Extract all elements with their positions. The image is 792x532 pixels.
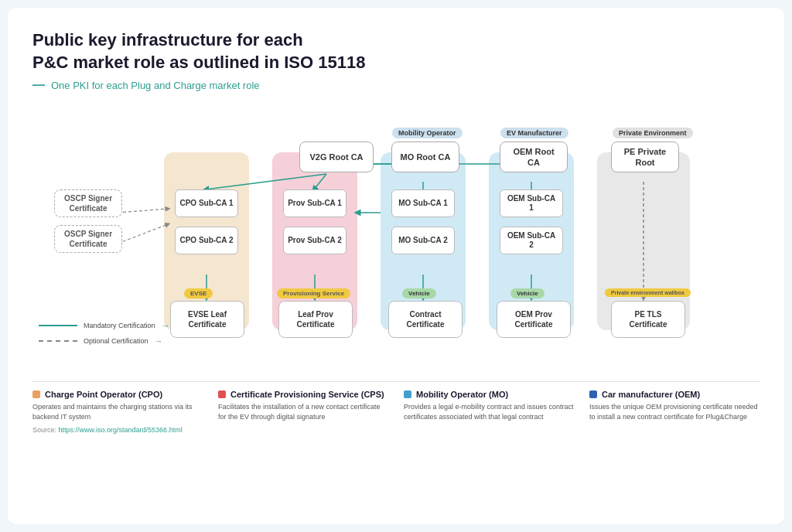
cps-dot xyxy=(218,390,226,398)
cpo-text: Operates and maintains the charging stat… xyxy=(32,402,203,421)
cps-title: Certificate Provisioning Service (CPS) xyxy=(218,390,388,399)
cpo-sub-ca1: CPO Sub-CA 1 xyxy=(175,189,238,217)
mandatory-line xyxy=(39,325,77,326)
pe-wallbox-badge: Private environment wallbox xyxy=(605,288,691,297)
subtitle-row: — One PKI for each Plug and Charge marke… xyxy=(32,78,760,92)
info-card-oem: Car manufacturer (OEM) Issues the unique… xyxy=(589,390,760,421)
page-title: Public key infrastructure for each P&C m… xyxy=(32,29,760,73)
source-link[interactable]: https://www.iso.org/standard/55366.html xyxy=(59,426,183,434)
prov-sub-ca2: Prov Sub-CA 2 xyxy=(283,227,346,254)
info-card-cpo: Charge Point Operator (CPO) Operates and… xyxy=(32,390,203,421)
svg-line-16 xyxy=(118,224,168,244)
prov-sub-ca1: Prov Sub-CA 1 xyxy=(283,189,346,217)
legend: Mandatory Certification → Optional Certi… xyxy=(39,321,170,346)
svg-line-15 xyxy=(118,209,168,213)
info-card-mo: Mobility Operator (MO) Provides a legal … xyxy=(404,390,574,421)
vehicle-badge-mo: Vehicle xyxy=(402,288,436,298)
cpo-title: Charge Point Operator (CPO) xyxy=(32,390,203,399)
oscp-signer-1: OSCP Signer Certificate xyxy=(54,189,122,217)
oem-label-badge: EV Manufacturer xyxy=(500,128,568,138)
subtitle-dash: — xyxy=(32,78,45,92)
pe-tls-cert: PE TLS Certificate xyxy=(611,301,685,338)
optional-legend: Optional Certification → xyxy=(39,336,170,346)
mo-dot xyxy=(404,390,411,398)
oem-text: Issues the unique OEM provisioning certi… xyxy=(589,402,760,421)
source-row: Source: https://www.iso.org/standard/553… xyxy=(32,426,760,434)
optional-line xyxy=(39,340,77,342)
cpo-dot xyxy=(32,390,40,398)
mo-text: Provides a legal e-mobility contract and… xyxy=(404,402,574,421)
pe-root: PE Private Root xyxy=(611,142,679,172)
diagram-area: V2G Root CA Mobility Operator EV Manufac… xyxy=(32,106,760,369)
vehicle-badge-oem: Vehicle xyxy=(510,288,544,298)
oscp-signer-2: OSCP Signer Certificate xyxy=(54,225,122,253)
mo-title: Mobility Operator (MO) xyxy=(404,390,574,399)
oem-prov-cert: OEM Prov Certificate xyxy=(497,301,571,338)
cps-text: Facilitates the installation of a new co… xyxy=(218,402,388,421)
mo-label-badge: Mobility Operator xyxy=(392,128,463,138)
v2g-root-ca: V2G Root CA xyxy=(299,142,374,172)
oem-sub-ca1: OEM Sub-CA 1 xyxy=(500,189,563,217)
leaf-prov-cert: Leaf Prov Certificate xyxy=(278,301,353,338)
evse-badge: EVSE xyxy=(184,288,213,298)
mo-root-ca: MO Root CA xyxy=(391,142,459,172)
mo-sub-ca2: MO Sub-CA 2 xyxy=(391,227,455,254)
oem-title: Car manufacturer (OEM) xyxy=(589,390,760,399)
main-container: Public key infrastructure for each P&C m… xyxy=(8,8,784,524)
evse-leaf-cert: EVSE Leaf Certificate xyxy=(170,301,244,338)
prov-badge: Provisioning Service xyxy=(277,288,350,298)
subtitle-text: One PKI for each Plug and Charge market … xyxy=(51,80,260,91)
mo-sub-ca1: MO Sub-CA 1 xyxy=(391,189,455,217)
mandatory-legend: Mandatory Certification → xyxy=(39,321,170,330)
oem-root-ca: OEM Root CA xyxy=(500,142,568,172)
info-card-cps: Certificate Provisioning Service (CPS) F… xyxy=(218,390,388,421)
contract-cert: Contract Certificate xyxy=(388,301,463,338)
oem-sub-ca2: OEM Sub-CA 2 xyxy=(500,227,563,254)
pe-label-badge: Private Environment xyxy=(613,128,693,138)
cpo-sub-ca2: CPO Sub-CA 2 xyxy=(175,227,238,254)
info-section: Charge Point Operator (CPO) Operates and… xyxy=(32,381,760,421)
oem-dot xyxy=(589,390,597,398)
